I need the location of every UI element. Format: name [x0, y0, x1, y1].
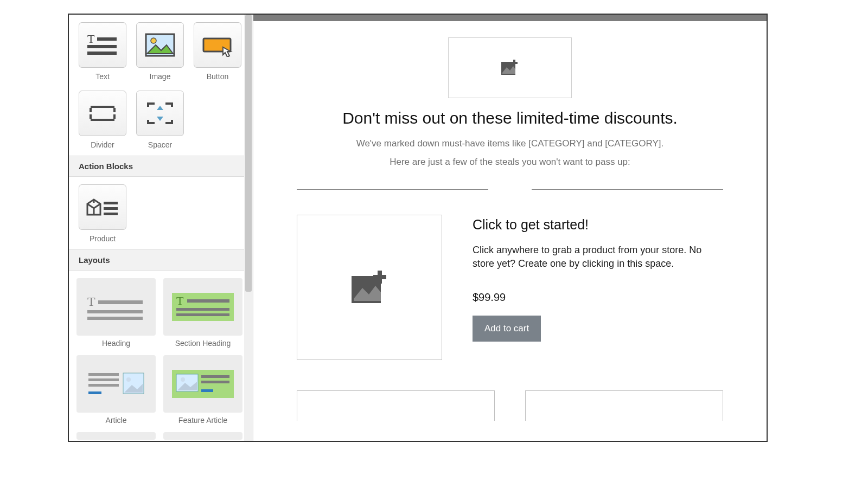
block-label: Image	[150, 72, 171, 81]
layout-feature-article[interactable]: Feature Article	[163, 355, 242, 425]
divider-right[interactable]	[532, 189, 723, 190]
product-block-icon	[79, 184, 126, 230]
svg-rect-26	[88, 378, 119, 381]
layout-label: Heading	[102, 339, 130, 348]
layout-label: Article	[106, 416, 127, 425]
divider-row	[286, 175, 734, 203]
block-text[interactable]: T Text	[79, 22, 126, 81]
svg-rect-42	[373, 275, 386, 279]
layouts-grid: T Heading T	[69, 271, 253, 441]
add-image-icon	[501, 60, 519, 76]
add-image-icon	[352, 271, 387, 304]
block-divider[interactable]: Divider	[79, 91, 126, 149]
subline-1[interactable]: We've marked down must-have items like […	[286, 138, 734, 149]
svg-point-5	[151, 38, 156, 43]
block-label: Spacer	[148, 140, 172, 149]
svg-rect-27	[88, 384, 119, 387]
product-price[interactable]: $99.99	[473, 291, 723, 304]
layout-article[interactable]: Article	[76, 355, 156, 425]
image-block-icon	[136, 22, 184, 68]
placeholder-box-1[interactable]	[297, 390, 495, 421]
svg-point-33	[181, 377, 185, 382]
svg-rect-10	[91, 119, 114, 121]
svg-rect-25	[88, 373, 119, 376]
block-label: Product	[90, 234, 116, 243]
layout-label: Feature Article	[178, 416, 227, 425]
svg-rect-2	[87, 45, 117, 48]
svg-rect-23	[176, 308, 229, 311]
layouts-header: Layouts	[69, 249, 253, 271]
placeholder-row	[286, 360, 734, 421]
email-editor-app: T Text Image	[68, 14, 768, 442]
svg-rect-24	[176, 313, 229, 316]
svg-text:T: T	[176, 294, 184, 307]
action-blocks-grid: Product	[69, 177, 253, 249]
block-label: Button	[207, 72, 228, 81]
svg-rect-3	[87, 52, 117, 55]
add-to-cart-button[interactable]: Add to cart	[473, 316, 541, 342]
block-label: Divider	[91, 140, 114, 149]
heading-layout-icon: T	[76, 278, 156, 336]
svg-rect-36	[201, 389, 213, 392]
email-canvas: Don't miss out on these limited-time dis…	[253, 15, 767, 441]
headline-text[interactable]: Don't miss out on these limited-time dis…	[286, 109, 734, 127]
svg-rect-13	[104, 202, 118, 204]
product-title[interactable]: Click to get started!	[473, 217, 723, 233]
svg-rect-34	[201, 375, 229, 378]
block-button[interactable]: Button	[194, 22, 241, 81]
block-product[interactable]: Product	[79, 184, 126, 243]
svg-rect-15	[104, 213, 118, 215]
divider-left[interactable]	[297, 189, 488, 190]
layout-peek-1[interactable]	[76, 432, 156, 440]
button-block-icon	[194, 22, 241, 68]
section-heading-layout-icon: T	[163, 278, 242, 336]
svg-rect-12	[113, 114, 116, 119]
svg-point-30	[126, 377, 131, 382]
svg-rect-14	[104, 207, 118, 210]
spacer-block-icon	[136, 91, 184, 136]
action-blocks-header: Action Blocks	[69, 156, 253, 177]
layout-heading[interactable]: T Heading	[76, 278, 156, 348]
sidebar-scrollbar[interactable]	[244, 15, 253, 441]
feature-article-layout-icon	[163, 355, 242, 413]
product-description[interactable]: Click anywhere to grab a product from yo…	[473, 243, 723, 271]
article-layout-icon	[76, 355, 156, 413]
canvas-body: Don't miss out on these limited-time dis…	[253, 21, 767, 421]
block-image[interactable]: Image	[136, 22, 184, 81]
svg-rect-7	[91, 106, 114, 108]
product-block[interactable]: Click to get started! Click anywhere to …	[286, 203, 734, 360]
block-spacer[interactable]: Spacer	[136, 91, 184, 149]
svg-rect-19	[87, 317, 143, 320]
scrollbar-thumb[interactable]	[245, 15, 252, 292]
hero-image-placeholder[interactable]	[448, 37, 572, 98]
svg-rect-11	[90, 114, 92, 119]
svg-rect-8	[90, 108, 92, 112]
svg-text:T: T	[87, 33, 95, 46]
svg-rect-22	[187, 299, 229, 303]
svg-rect-35	[201, 381, 229, 383]
layout-label: Section Heading	[175, 339, 231, 348]
subline-2[interactable]: Here are just a few of the steals you wo…	[286, 157, 734, 168]
canvas-topbar	[253, 15, 767, 21]
placeholder-box-2[interactable]	[525, 390, 723, 421]
svg-rect-18	[87, 310, 143, 313]
svg-text:T: T	[87, 294, 95, 309]
svg-rect-1	[97, 37, 117, 41]
svg-rect-9	[113, 108, 116, 112]
text-block-icon: T	[79, 22, 126, 68]
layout-peek-2[interactable]	[163, 432, 242, 440]
layout-section-heading[interactable]: T Section Heading	[163, 278, 242, 348]
product-info: Click to get started! Click anywhere to …	[473, 215, 723, 360]
block-label: Text	[95, 72, 110, 81]
content-blocks-grid: T Text Image	[69, 15, 253, 156]
svg-rect-39	[511, 62, 518, 64]
svg-rect-17	[98, 300, 143, 304]
divider-block-icon	[79, 91, 126, 136]
svg-rect-28	[88, 391, 101, 394]
product-image-placeholder[interactable]	[297, 215, 442, 360]
block-palette-sidebar: T Text Image	[69, 15, 253, 441]
